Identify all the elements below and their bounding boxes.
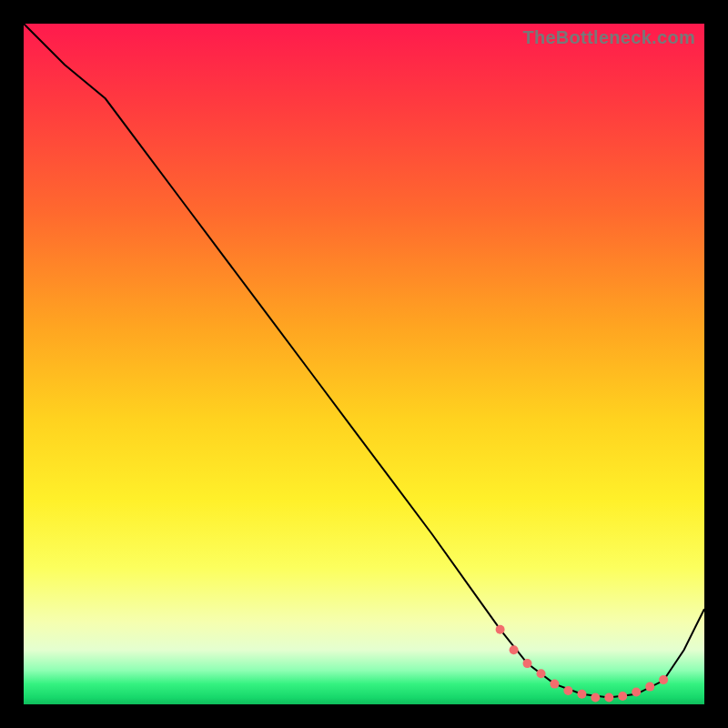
chart-marker xyxy=(591,693,600,703)
chart-marker xyxy=(645,682,654,692)
chart-marker xyxy=(537,669,546,678)
chart-line xyxy=(24,24,704,698)
chart-marker xyxy=(632,688,641,697)
chart-marker xyxy=(496,625,505,634)
chart-marker xyxy=(523,659,532,668)
chart-marker xyxy=(577,690,586,699)
chart-marker xyxy=(659,675,668,684)
chart-marker xyxy=(604,693,613,703)
chart-frame: TheBottleneck.com xyxy=(0,0,728,728)
chart-marker xyxy=(550,680,559,689)
chart-marker xyxy=(510,645,519,654)
chart-overlay xyxy=(24,24,704,704)
chart-marker xyxy=(563,686,572,695)
chart-plot-area: TheBottleneck.com xyxy=(24,24,704,704)
chart-marker xyxy=(618,692,627,701)
